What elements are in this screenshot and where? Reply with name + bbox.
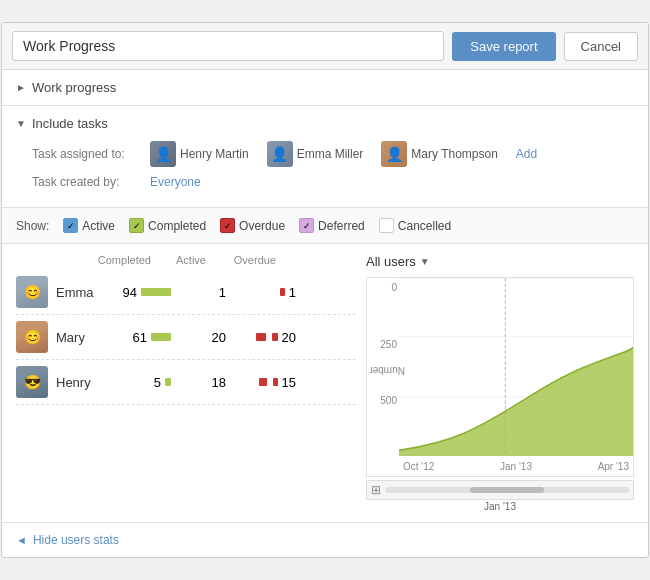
num-active-emma: 1 (219, 285, 226, 300)
main-container: Save report Cancel ► Work progress ▼ Inc… (1, 22, 649, 558)
chevron-left-icon: ◄ (16, 534, 27, 546)
user-firstname-henry: Henry (56, 375, 96, 390)
user-chip-henry[interactable]: 👤 Henry Martin (150, 141, 249, 167)
bar-overdue-henry2 (273, 378, 278, 386)
cell-active-emma: 1 (171, 285, 226, 300)
header: Save report Cancel (2, 23, 648, 70)
col-header-active: Active (151, 254, 206, 266)
avatar-mary-stat: 😊 (16, 321, 48, 353)
filter-active[interactable]: ✓ Active (63, 218, 115, 233)
chart-svg (399, 278, 633, 456)
cell-overdue-mary: 20 (226, 330, 296, 345)
col-header-overdue: Overdue (206, 254, 276, 266)
num-completed-emma: 94 (123, 285, 137, 300)
include-tasks-section: ▼ Include tasks Task assigned to: 👤 Henr… (2, 106, 648, 208)
chart-area: All users ▼ 500 250 0 (356, 254, 634, 512)
y-label-0: 0 (369, 282, 397, 293)
user-stats-table: Completed Active Overdue 😊 Emma 94 1 1 (16, 254, 356, 512)
cell-active-mary: 20 (171, 330, 226, 345)
save-report-button[interactable]: Save report (452, 32, 555, 61)
include-tasks-toggle[interactable]: ▼ Include tasks (16, 116, 634, 131)
avatar-emma: 👤 (267, 141, 293, 167)
task-created-label: Task created by: (32, 175, 142, 189)
hide-users-stats-link[interactable]: Hide users stats (33, 533, 119, 547)
cancelled-label: Cancelled (398, 219, 451, 233)
num-overdue-mary: 20 (282, 330, 296, 345)
x-label-oct: Oct '12 (403, 461, 434, 472)
stats-area: Completed Active Overdue 😊 Emma 94 1 1 (2, 244, 648, 522)
bar-overdue-henry (259, 378, 267, 386)
x-label-apr: Apr '13 (598, 461, 629, 472)
everyone-link[interactable]: Everyone (150, 175, 201, 189)
chart-scrollbar-thumb[interactable] (470, 487, 543, 493)
chart-scrollbar-track[interactable] (385, 487, 629, 493)
show-label: Show: (16, 219, 49, 233)
cancelled-checkbox[interactable] (379, 218, 394, 233)
scroll-date-label: Jan '13 (366, 501, 634, 512)
table-row: 😊 Emma 94 1 1 (16, 270, 356, 315)
x-label-jan: Jan '13 (500, 461, 532, 472)
work-progress-section: ► Work progress (2, 70, 648, 106)
table-row: 😎 Henry 5 18 15 (16, 360, 356, 405)
include-tasks-label: Include tasks (32, 116, 108, 131)
num-completed-henry: 5 (154, 375, 161, 390)
work-progress-label: Work progress (32, 80, 116, 95)
footer[interactable]: ◄ Hide users stats (2, 522, 648, 557)
avatar-henry: 👤 (150, 141, 176, 167)
user-firstname-emma: Emma (56, 285, 96, 300)
chart-scroll-area: ⊞ (366, 480, 634, 500)
chart-scroll-icon: ⊞ (371, 483, 381, 497)
avatar-emma-stat: 😊 (16, 276, 48, 308)
task-created-row: Task created by: Everyone (16, 175, 634, 189)
user-chip-emma[interactable]: 👤 Emma Miller (267, 141, 364, 167)
work-progress-toggle[interactable]: ► Work progress (16, 80, 634, 95)
bar-overdue-mary (256, 333, 266, 341)
all-users-dropdown[interactable]: All users ▼ (366, 254, 634, 269)
col-header-completed: Completed (76, 254, 151, 266)
dropdown-arrow-icon: ▼ (420, 256, 430, 267)
deferred-checkbox[interactable]: ✓ (299, 218, 314, 233)
overdue-checkbox[interactable]: ✓ (220, 218, 235, 233)
num-active-mary: 20 (212, 330, 226, 345)
active-label: Active (82, 219, 115, 233)
cancel-button[interactable]: Cancel (564, 32, 638, 61)
cell-completed-henry: 5 (96, 375, 171, 390)
bar-overdue-emma (280, 288, 285, 296)
stats-table-header: Completed Active Overdue (16, 254, 356, 270)
completed-checkbox[interactable]: ✓ (129, 218, 144, 233)
add-user-link[interactable]: Add (516, 147, 537, 161)
completed-label: Completed (148, 219, 206, 233)
filter-cancelled[interactable]: Cancelled (379, 218, 451, 233)
cell-active-henry: 18 (171, 375, 226, 390)
bar-overdue-mary2 (272, 333, 278, 341)
user-name-mary: Mary Thompson (411, 147, 497, 161)
num-overdue-emma: 1 (289, 285, 296, 300)
chevron-right-icon: ► (16, 82, 26, 93)
num-active-henry: 18 (212, 375, 226, 390)
overdue-label: Overdue (239, 219, 285, 233)
bar-completed-emma (141, 288, 171, 296)
cell-overdue-henry: 15 (226, 375, 296, 390)
table-row: 😊 Mary 61 20 20 (16, 315, 356, 360)
task-assigned-label: Task assigned to: (32, 147, 142, 161)
avatar-mary: 👤 (381, 141, 407, 167)
cell-completed-emma: 94 (96, 285, 171, 300)
y-label-250: 250 (369, 339, 397, 350)
cell-completed-mary: 61 (96, 330, 171, 345)
chevron-down-icon: ▼ (16, 118, 26, 129)
all-users-label: All users (366, 254, 416, 269)
filters-row: Show: ✓ Active ✓ Completed ✓ Overdue ✓ D… (2, 208, 648, 244)
user-chip-mary[interactable]: 👤 Mary Thompson (381, 141, 497, 167)
chart-wrapper: 500 250 0 (366, 277, 634, 477)
report-title-input[interactable] (12, 31, 444, 61)
avatar-henry-stat: 😎 (16, 366, 48, 398)
user-firstname-mary: Mary (56, 330, 96, 345)
y-label-500: 500 (369, 395, 397, 406)
filter-overdue[interactable]: ✓ Overdue (220, 218, 285, 233)
user-name-henry: Henry Martin (180, 147, 249, 161)
filter-deferred[interactable]: ✓ Deferred (299, 218, 365, 233)
filter-completed[interactable]: ✓ Completed (129, 218, 206, 233)
user-name-emma: Emma Miller (297, 147, 364, 161)
active-checkbox[interactable]: ✓ (63, 218, 78, 233)
task-assigned-row: Task assigned to: 👤 Henry Martin 👤 Emma … (16, 141, 634, 167)
